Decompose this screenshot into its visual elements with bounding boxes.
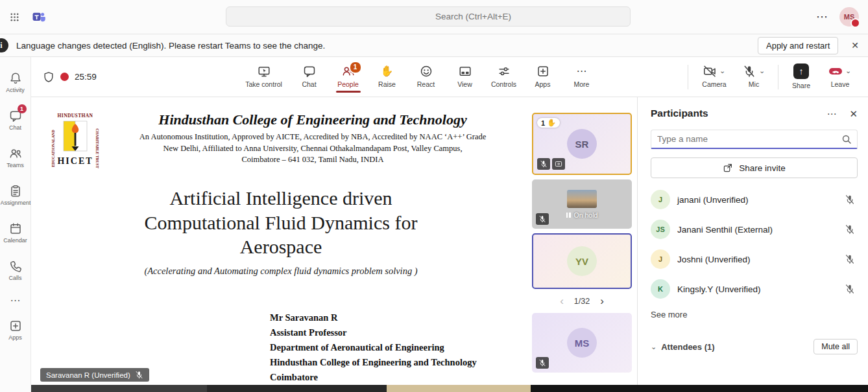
sidebar-more-icon[interactable]: ⋯ <box>0 290 31 310</box>
see-more-link[interactable]: See more <box>651 310 858 319</box>
mic-off-icon <box>845 254 855 264</box>
mic-off-icon <box>135 371 143 379</box>
college-name: Hindusthan College of Engineering and Te… <box>109 111 516 128</box>
logo-text: EDUCATIONALAND <box>51 129 55 168</box>
button-label: Share invite <box>739 163 785 173</box>
meeting-toolbar: 25:59 Take control Chat 1 People <box>31 57 868 97</box>
presenter-name: Saravanan R (Unverified) <box>46 371 130 379</box>
participant-row[interactable]: K Kingsly.Y (Unverified) <box>651 274 858 304</box>
calendar-icon <box>9 222 22 235</box>
left-rail: Activity 1 Chat Teams Assignments Calend… <box>0 57 31 392</box>
controls-button[interactable]: Controls <box>486 62 522 93</box>
profile-avatar[interactable]: MS <box>839 7 859 27</box>
view-layout-icon <box>459 65 472 78</box>
raise-hand-button[interactable]: ✋ Raise <box>369 62 405 93</box>
button-label: Apps <box>535 80 551 88</box>
teams-logo-icon[interactable] <box>32 11 47 23</box>
mic-dropdown-icon[interactable]: ⌄ <box>759 67 765 75</box>
attendees-label: Attendees (1) <box>661 342 714 352</box>
more-toolbar-button[interactable]: ⋯ More <box>564 62 600 93</box>
button-label: More <box>574 80 590 88</box>
avatar-initials: J <box>658 196 662 203</box>
participant-row[interactable]: J Joshni (Unverified) <box>651 244 858 274</box>
rail-label: Calendar <box>3 237 27 244</box>
mic-off-icon <box>845 224 855 235</box>
participant-row[interactable]: J janani (Unverified) <box>651 185 858 214</box>
take-control-button[interactable]: Take control <box>239 62 289 93</box>
pager-previous-icon[interactable]: ‹ <box>560 295 564 306</box>
toolbar-center-group: Take control Chat 1 People ✋ Raise <box>239 62 600 93</box>
chevron-down-icon[interactable]: ⌄ <box>651 343 657 351</box>
sidebar-item-activity[interactable]: Activity <box>0 65 31 100</box>
sidebar-item-chat[interactable]: 1 Chat <box>0 102 31 137</box>
people-icon <box>9 147 22 160</box>
button-label: People <box>337 80 359 88</box>
video-tile-ms[interactable]: MS <box>532 313 632 373</box>
search-input[interactable] <box>434 11 623 22</box>
title-line: Aerospace <box>31 235 531 259</box>
address-line: New Delhi, Affiliated to Anna University… <box>163 144 462 153</box>
global-search[interactable] <box>226 6 631 27</box>
participant-row[interactable]: JS Janani Senthil (External) <box>651 214 858 244</box>
share-screen-icon: ↑ <box>793 63 809 79</box>
mic-off-icon <box>845 284 855 294</box>
meeting-stage: HINDUSTHAN EDUCATIONALAND CHARITABLE TRU… <box>31 97 868 392</box>
panel-more-icon[interactable]: ⋯ <box>826 109 836 119</box>
view-button[interactable]: View <box>447 62 483 93</box>
participant-name: Kingsly.Y (Unverified) <box>677 284 838 294</box>
divider <box>688 65 688 89</box>
rail-label: Activity <box>6 87 25 93</box>
pager-next-icon[interactable]: › <box>600 295 604 306</box>
logo-text: HINDUSTHAN <box>44 113 106 119</box>
address-line: An Autonomous Institution, Approved by A… <box>139 132 487 141</box>
camera-dropdown-icon[interactable]: ⌄ <box>719 67 725 75</box>
tiles-pager: ‹ 1/32 › <box>532 294 632 308</box>
chat-toolbar-button[interactable]: Chat <box>291 62 328 93</box>
apps-toolbar-button[interactable]: Apps <box>525 62 561 93</box>
apply-and-restart-button[interactable]: Apply and restart <box>758 37 838 54</box>
avatar: K <box>651 279 670 299</box>
mic-button[interactable]: ⌄ Mic <box>735 62 773 93</box>
share-invite-button[interactable]: Share invite <box>651 157 858 178</box>
panel-title: Participants <box>651 108 708 119</box>
sidebar-item-calls[interactable]: Calls <box>0 253 31 288</box>
rail-label: Teams <box>6 162 24 168</box>
button-label: Chat <box>302 80 316 88</box>
avatar: YV <box>567 246 597 276</box>
raised-hands-badge: 1 ✋ <box>537 118 560 128</box>
video-tiles-column: 1 ✋ SR <box>531 97 637 392</box>
screen-share-status-icon <box>552 158 565 170</box>
language-banner: i Language changes detected (English). P… <box>0 34 868 57</box>
banner-close-icon[interactable]: ✕ <box>851 40 859 51</box>
college-address: An Autonomous Institution, Approved by A… <box>109 132 516 166</box>
sidebar-item-teams[interactable]: Teams <box>0 140 31 175</box>
panel-close-icon[interactable]: ✕ <box>849 109 858 119</box>
button-label: Controls <box>491 80 516 88</box>
sidebar-item-assignments[interactable]: Assignments <box>0 178 31 213</box>
sidebar-item-calendar[interactable]: Calendar <box>0 215 31 250</box>
participant-search[interactable] <box>651 130 858 149</box>
camera-button[interactable]: ⌄ Camera <box>693 62 735 93</box>
react-button[interactable]: React <box>408 62 444 93</box>
app-launcher-icon[interactable] <box>0 12 29 22</box>
presenter-block: Mr Saravanan R Assistant Professor Depar… <box>270 310 531 386</box>
people-toolbar-button[interactable]: 1 People <box>330 62 367 93</box>
divider <box>778 65 778 89</box>
video-tile-on-hold[interactable]: On hold <box>532 179 632 229</box>
titlebar-more-icon[interactable]: ⋯ <box>816 11 828 23</box>
attendees-section-header[interactable]: ⌄ Attendees (1) Mute all <box>651 339 858 354</box>
share-button[interactable]: ↑ Share <box>784 60 819 94</box>
video-tile-yv[interactable]: YV <box>532 233 632 289</box>
pause-icon <box>566 213 571 218</box>
mute-all-button[interactable]: Mute all <box>814 339 858 354</box>
smiley-icon <box>420 65 433 78</box>
sidebar-item-apps[interactable]: Apps <box>0 312 31 347</box>
presenter-line: Coimbatore <box>270 370 531 385</box>
leave-button[interactable]: ⌄ Leave <box>819 62 862 93</box>
participant-search-input[interactable] <box>651 130 858 149</box>
shared-screen-bottom-strip <box>31 385 868 392</box>
leave-dropdown-icon[interactable]: ⌄ <box>845 67 851 75</box>
avatar: SR <box>567 129 597 159</box>
video-tile-sr[interactable]: 1 ✋ SR <box>532 113 632 175</box>
clipboard-icon <box>9 185 22 198</box>
